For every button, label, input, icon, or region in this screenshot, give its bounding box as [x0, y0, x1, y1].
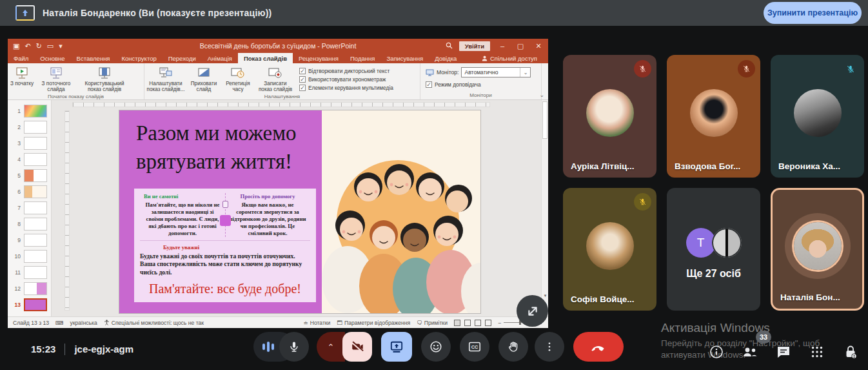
timings-checkbox[interactable]: ✓ Використовувати хронометраж [299, 76, 393, 83]
slide-thumbnail-selected[interactable]: 13 [8, 296, 51, 313]
undo-icon[interactable]: ↶ [25, 42, 30, 50]
slide-thumbnail[interactable]: 6 [8, 183, 51, 200]
record-slideshow-icon [268, 66, 283, 80]
present-screen-button[interactable] [381, 332, 412, 362]
tab-recording[interactable]: Записування [380, 53, 429, 63]
raise-hand-button[interactable] [498, 332, 528, 362]
display-settings-toggle[interactable]: 🗔 Параметри відображення [337, 320, 410, 326]
present-screen-icon [390, 340, 404, 353]
setup-slideshow-icon [158, 66, 173, 80]
close-icon[interactable]: ✕ [533, 42, 544, 50]
chat-button[interactable] [775, 344, 792, 360]
normal-view-icon[interactable] [454, 320, 460, 326]
reactions-button[interactable] [421, 332, 451, 362]
group-label-monitors: Монітори [420, 92, 541, 99]
scrollbar-thumb[interactable] [542, 101, 547, 139]
tab-review[interactable]: Рецензування [293, 53, 344, 63]
save-icon[interactable]: ▣ [13, 42, 19, 50]
camera-off-button[interactable] [342, 332, 372, 362]
slide-thumbnail[interactable]: 11 [8, 264, 51, 280]
slide-thumbnail[interactable]: 1 [8, 103, 51, 119]
reading-view-icon[interactable] [475, 320, 481, 326]
tab-view[interactable]: Подання [344, 53, 380, 63]
slideshow-view-icon[interactable] [485, 320, 491, 326]
slide-thumbnail[interactable]: 3 [8, 135, 51, 151]
rehearse-timings-button[interactable]: Репетиція часу [221, 65, 255, 94]
participant-name: Софія Войце... [571, 294, 635, 304]
accessibility-status[interactable]: Спеціальні можливості: щось не так [104, 320, 204, 326]
collapse-ribbon-icon[interactable]: ⌄ [539, 92, 544, 98]
tab-insert[interactable]: Вставлення [71, 53, 116, 63]
participant-tile[interactable]: Ауріка Літвіц... [563, 55, 656, 178]
custom-slideshow-button[interactable]: Користувацький показ слайдів [76, 65, 133, 94]
start-slideshow-icon[interactable]: ▭ [47, 42, 54, 50]
participant-tile[interactable]: Софія Войце... [563, 188, 656, 311]
participants-button[interactable] [742, 344, 758, 360]
checkbox-checked-icon: ✓ [426, 81, 432, 88]
vertical-scrollbar[interactable]: ▾ ≐ ≑ [541, 100, 548, 316]
avatar [586, 222, 634, 270]
sign-in-button[interactable]: Увійти [459, 41, 490, 51]
screen-share-icon [15, 5, 35, 21]
camera-options-chevron[interactable]: ⌃ [317, 332, 345, 362]
slide-thumbnail[interactable]: 9 [8, 232, 51, 248]
redo-icon[interactable]: ↻ [36, 42, 42, 50]
from-current-slide-button[interactable]: З поточного слайда [36, 65, 76, 94]
presenter-view-checkbox[interactable]: ✓ Режим доповідача [420, 77, 541, 88]
record-slideshow-button[interactable]: Записати показ слайдів [255, 65, 295, 94]
slideshow-options: ✓ Відтворювати дикторський текст ✓ Викор… [295, 65, 397, 91]
search-icon[interactable] [446, 42, 453, 50]
slide-thumbnail[interactable]: 10 [8, 248, 51, 264]
media-controls-checkbox[interactable]: ✓ Елементи керування мультимедіа [299, 85, 393, 91]
tab-animations[interactable]: Анімація [202, 53, 238, 63]
monitor-row: Монітор: Автоматично ⌄ [420, 63, 541, 77]
notes-toggle[interactable]: ≐ Нотатки [303, 320, 330, 326]
minimize-icon[interactable]: – [497, 42, 508, 50]
comments-toggle[interactable]: 🗨 Примітки [417, 320, 448, 326]
self-tile[interactable]: Наталія Бон... [771, 188, 864, 311]
zoom-out-icon[interactable]: − [498, 320, 501, 326]
expand-presentation-button[interactable] [517, 295, 548, 327]
maximize-icon[interactable]: ▢ [515, 42, 526, 50]
from-beginning-button[interactable]: З початку [8, 65, 36, 87]
tab-design[interactable]: Конструктор [116, 53, 163, 63]
slide-sorter-view-icon[interactable] [464, 320, 471, 326]
tab-help[interactable]: Довідка [429, 53, 462, 63]
slide-thumbnail[interactable]: 8 [8, 216, 51, 232]
tab-file[interactable]: Файл [8, 53, 34, 63]
tab-slideshow[interactable]: Показ слайдів [238, 53, 293, 63]
captions-button[interactable]: CC [460, 332, 489, 362]
overflow-participants-tile[interactable]: T Ще 27 осіб [667, 188, 760, 311]
qat-customize-icon[interactable]: ▾ [59, 42, 63, 50]
end-call-button[interactable] [573, 332, 624, 362]
slide-thumbnail[interactable]: 7 [8, 200, 51, 216]
ribbon-group-monitors: Монітор: Автоматично ⌄ ✓ Режим доповідач… [420, 63, 542, 99]
participant-tile[interactable]: Взводова Бог... [667, 55, 760, 178]
tab-home[interactable]: Основне [34, 53, 70, 63]
more-options-button[interactable] [535, 332, 564, 362]
host-controls-button[interactable] [842, 344, 859, 360]
participant-tile[interactable]: Вероника Ха... [771, 55, 864, 178]
meeting-meta: 15:23 jce-egjx-agm [31, 344, 133, 355]
microphone-button[interactable] [279, 332, 309, 362]
narrations-checkbox[interactable]: ✓ Відтворювати дикторський текст [299, 68, 393, 74]
share-access-button[interactable]: Спільний доступ [476, 53, 543, 63]
stop-presentation-button[interactable]: Зупинити презентацію [764, 2, 862, 24]
slide-canvas[interactable]: Разом ми можемо врятувати життя! [119, 110, 480, 313]
slide-counter: Слайд 13 з 13 [13, 320, 49, 326]
raise-hand-icon [507, 340, 520, 353]
hide-slide-button[interactable]: Приховати слайд [187, 65, 221, 94]
slide-thumbnail[interactable]: 5 [8, 167, 51, 183]
setup-slideshow-button[interactable]: Налаштувати показ слайдів... [144, 65, 187, 94]
slide-thumbnail[interactable]: 12 [8, 280, 51, 296]
tab-transitions[interactable]: Переходи [163, 53, 202, 63]
language-status[interactable]: українська [70, 320, 97, 326]
slide-thumbnail[interactable]: 4 [8, 151, 51, 167]
activities-button[interactable] [809, 344, 825, 360]
info-icon [709, 344, 724, 360]
ppt-quick-access-toolbar: ▣ ↶ ↻ ▭ ▾ [13, 42, 63, 50]
slide-thumbnail[interactable]: 2 [8, 119, 51, 135]
mic-off-badge [738, 60, 755, 77]
meeting-details-button[interactable] [708, 344, 725, 360]
monitor-dropdown[interactable]: Автоматично ⌄ [461, 67, 531, 77]
